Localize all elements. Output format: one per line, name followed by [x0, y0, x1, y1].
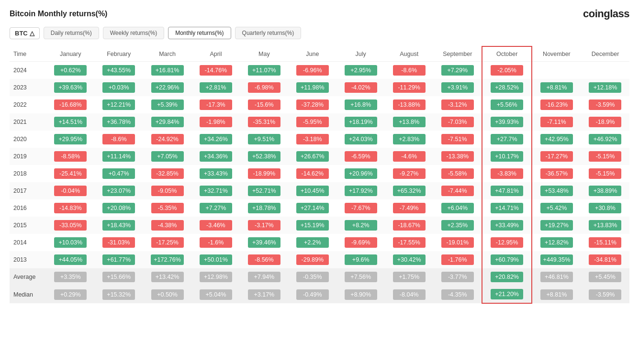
col-header-jul: July: [336, 46, 385, 62]
col-header-oct: October: [482, 46, 532, 62]
data-cell: -14.83%: [46, 199, 95, 217]
data-cell: -4.6%: [385, 148, 433, 165]
data-cell: -33.05%: [46, 217, 95, 234]
data-cell: -7.67%: [336, 199, 385, 217]
data-cell: -3.12%: [433, 96, 482, 113]
time-cell-2022: 2022: [10, 96, 46, 113]
brand-logo: coinglass: [583, 8, 629, 20]
data-cell: -4.35%: [433, 286, 482, 303]
data-cell: +53.48%: [532, 182, 581, 199]
time-cell-2015: 2015: [10, 217, 46, 234]
data-cell: +16.81%: [143, 62, 192, 79]
data-cell: -3.59%: [581, 286, 629, 303]
time-cell-2014: 2014: [10, 234, 46, 251]
data-cell: +2.95%: [336, 62, 385, 79]
data-cell: +5.56%: [482, 96, 532, 113]
data-cell: +2.35%: [433, 217, 482, 234]
data-cell: +0.62%: [46, 62, 95, 79]
data-cell: +3.91%: [433, 79, 482, 96]
data-cell: -3.18%: [288, 131, 336, 148]
data-cell: +30.8%: [581, 199, 629, 217]
data-cell: +34.26%: [191, 131, 240, 148]
data-cell: -5.58%: [433, 165, 482, 182]
data-cell: +5.04%: [191, 286, 240, 303]
data-cell: +15.32%: [95, 286, 143, 303]
data-cell: -8.56%: [240, 251, 288, 268]
data-cell: +13.83%: [581, 217, 629, 234]
data-cell: -2.05%: [482, 62, 532, 79]
tab-quarterly[interactable]: Quarterly returns(%): [235, 27, 302, 39]
col-header-sep: September: [433, 46, 482, 62]
data-cell: +17.92%: [336, 182, 385, 199]
col-header-may: May: [240, 46, 288, 62]
data-cell: -8.6%: [95, 131, 143, 148]
time-cell-2024: 2024: [10, 62, 46, 79]
data-cell: -0.35%: [288, 268, 336, 286]
time-cell-2021: 2021: [10, 113, 46, 131]
data-cell: -5.15%: [581, 165, 629, 182]
data-cell: +19.27%: [532, 217, 581, 234]
data-cell: +9.51%: [240, 131, 288, 148]
time-cell-Median: Median: [10, 286, 46, 303]
data-cell: -35.31%: [240, 113, 288, 131]
data-cell: +0.29%: [46, 286, 95, 303]
data-cell: +52.71%: [240, 182, 288, 199]
data-cell: +11.98%: [288, 79, 336, 96]
data-cell: +7.27%: [191, 199, 240, 217]
page-title: Bitcoin Monthly returns(%): [10, 10, 107, 18]
tab-weekly[interactable]: Weekly returns(%): [103, 27, 164, 39]
data-cell: -9.69%: [336, 234, 385, 251]
data-cell: +33.43%: [191, 165, 240, 182]
data-cell: +10.17%: [482, 148, 532, 165]
time-cell-2016: 2016: [10, 199, 46, 217]
data-cell: +52.38%: [240, 148, 288, 165]
data-cell: +6.04%: [433, 199, 482, 217]
data-cell: -8.04%: [385, 286, 433, 303]
col-header-aug: August: [385, 46, 433, 62]
data-cell: +29.95%: [46, 131, 95, 148]
data-cell: +449.35%: [532, 251, 581, 268]
time-cell-Average: Average: [10, 268, 46, 286]
data-cell: -7.51%: [433, 131, 482, 148]
data-cell: +39.93%: [482, 113, 532, 131]
data-cell: +2.2%: [288, 234, 336, 251]
data-cell: +8.81%: [532, 79, 581, 96]
data-cell: +13.42%: [143, 268, 192, 286]
data-cell: -16.23%: [532, 96, 581, 113]
data-cell: -15.11%: [581, 234, 629, 251]
data-cell: -36.57%: [532, 165, 581, 182]
data-cell: +7.56%: [336, 268, 385, 286]
data-cell: +18.19%: [336, 113, 385, 131]
col-header-feb: February: [95, 46, 143, 62]
data-cell: +1.75%: [385, 268, 433, 286]
data-cell: +22.96%: [143, 79, 192, 96]
data-cell: -14.76%: [191, 62, 240, 79]
data-cell: -17.55%: [385, 234, 433, 251]
data-cell: -1.98%: [191, 113, 240, 131]
data-cell: -25.41%: [46, 165, 95, 182]
data-cell: -0.49%: [288, 286, 336, 303]
data-cell: -31.03%: [95, 234, 143, 251]
data-cell: +0.47%: [95, 165, 143, 182]
data-cell: -19.01%: [433, 234, 482, 251]
data-cell: +39.63%: [46, 79, 95, 96]
data-cell: +20.82%: [482, 268, 532, 286]
data-cell: -6.98%: [240, 79, 288, 96]
data-cell: -3.17%: [240, 217, 288, 234]
data-cell: +8.81%: [532, 286, 581, 303]
data-cell: -34.81%: [581, 251, 629, 268]
data-cell: -18.99%: [240, 165, 288, 182]
tab-daily[interactable]: Daily returns(%): [44, 27, 99, 39]
chevron-down-icon: △: [30, 30, 34, 37]
data-cell: -14.62%: [288, 165, 336, 182]
data-cell: -7.11%: [532, 113, 581, 131]
data-cell: -7.49%: [385, 199, 433, 217]
data-cell: +15.19%: [288, 217, 336, 234]
data-cell: -37.28%: [288, 96, 336, 113]
asset-selector[interactable]: BTC △: [10, 27, 40, 39]
data-cell: -16.68%: [46, 96, 95, 113]
returns-table-wrapper: Time January February March April May Ju…: [10, 46, 629, 304]
tab-monthly[interactable]: Monthly returns(%): [168, 27, 231, 39]
col-header-jan: January: [46, 46, 95, 62]
data-cell: +24.03%: [336, 131, 385, 148]
